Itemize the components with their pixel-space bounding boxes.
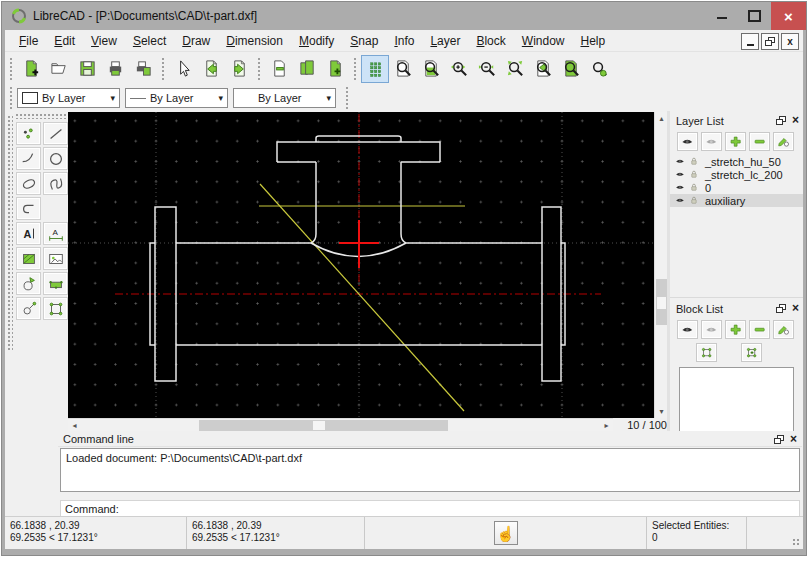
title-bar[interactable]: LibreCAD - [P:\Documents\CAD\t-part.dxf]… (2, 2, 806, 30)
zoom-window-button[interactable] (417, 55, 445, 83)
close-panel-icon[interactable]: × (792, 302, 799, 314)
edit-block-button[interactable] (696, 343, 717, 362)
menu-edit[interactable]: Edit (46, 32, 83, 50)
undo-button[interactable] (197, 55, 225, 83)
add-layer-button[interactable] (725, 132, 746, 151)
command-input[interactable] (123, 501, 799, 516)
menu-layer[interactable]: Layer (422, 32, 468, 50)
tool-image-button[interactable] (43, 247, 68, 270)
menu-file[interactable]: File (11, 32, 46, 50)
tool-points-button[interactable] (16, 122, 41, 145)
toolbar-drag-handle[interactable] (352, 56, 358, 82)
maximize-button[interactable] (738, 2, 771, 30)
command-history[interactable]: Loaded document: P:\Documents\CAD\t-part… (60, 448, 800, 492)
tool-polylines-button[interactable] (16, 197, 41, 220)
copy-button[interactable] (293, 55, 321, 83)
tool-circles-button[interactable] (43, 147, 68, 170)
float-panel-icon[interactable] (774, 435, 784, 444)
menu-info[interactable]: Info (386, 32, 422, 50)
toolbar-drag-handle[interactable] (7, 115, 13, 350)
open-document-button[interactable] (45, 55, 73, 83)
mdi-restore-button[interactable] (761, 33, 779, 50)
tool-lines-button[interactable] (43, 122, 68, 145)
remove-layer-button[interactable] (749, 132, 770, 151)
menu-window[interactable]: Window (514, 32, 573, 50)
add-block-button[interactable] (725, 320, 746, 339)
hide-all-blocks-button[interactable] (701, 320, 722, 339)
layer-row[interactable]: 0 (670, 181, 803, 194)
zoom-in-button[interactable] (445, 55, 473, 83)
insert-block-button[interactable] (741, 343, 762, 362)
layer-row[interactable]: auxiliary (670, 194, 803, 207)
float-panel-icon[interactable] (776, 304, 786, 313)
mdi-close-button[interactable]: x (781, 33, 799, 50)
menu-snap[interactable]: Snap (342, 32, 386, 50)
pen-width-combo[interactable]: By Layer ▾ (233, 88, 336, 108)
tool-explode-button[interactable] (43, 272, 68, 295)
cut-button[interactable] (265, 55, 293, 83)
modify-layer-button[interactable] (773, 132, 794, 151)
menu-help[interactable]: Help (572, 32, 613, 50)
menu-view[interactable]: View (83, 32, 125, 50)
menu-draw[interactable]: Draw (174, 32, 218, 50)
grid-toggle-button[interactable] (361, 55, 389, 83)
print-preview-button[interactable] (129, 55, 157, 83)
show-all-blocks-button[interactable] (677, 320, 698, 339)
pen-color-combo[interactable]: By Layer ▾ (17, 88, 120, 108)
zoom-pan-button[interactable] (585, 55, 613, 83)
vertical-scroll-thumb[interactable] (656, 279, 667, 325)
layer-row[interactable]: _stretch_hu_50 (670, 155, 803, 168)
horizontal-scrollbar[interactable]: ◂ ▸ (68, 418, 613, 431)
auto-zoom-button[interactable] (501, 55, 529, 83)
tool-text-button[interactable]: A (16, 222, 41, 245)
vertical-scrollbar[interactable]: ▴ ▾ (654, 112, 667, 418)
tool-hatch-button[interactable] (16, 247, 41, 270)
menu-modify[interactable]: Modify (291, 32, 342, 50)
minimize-button[interactable] (705, 2, 738, 30)
toolbar-drag-handle[interactable] (8, 56, 14, 82)
pen-linetype-combo[interactable]: By Layer ▾ (125, 88, 228, 108)
close-panel-icon[interactable]: × (790, 433, 797, 445)
save-document-button[interactable] (73, 55, 101, 83)
print-button[interactable] (101, 55, 129, 83)
tool-splines-button[interactable] (43, 172, 68, 195)
tool-blocks-button[interactable] (43, 297, 68, 320)
modify-block-button[interactable] (773, 320, 794, 339)
tool-dimensions-button[interactable]: A (43, 222, 68, 245)
previous-view-button[interactable] (529, 55, 557, 83)
layer-list-header[interactable]: Layer List × (670, 111, 803, 129)
zoom-page-button[interactable] (557, 55, 585, 83)
block-list[interactable] (679, 367, 794, 435)
toolbar-drag-handle[interactable] (160, 56, 166, 82)
tool-arcs-button[interactable] (16, 147, 41, 170)
remove-block-button[interactable] (749, 320, 770, 339)
close-button[interactable]: × (771, 2, 806, 30)
menu-select[interactable]: Select (125, 32, 174, 50)
tool-ellipses-button[interactable] (16, 172, 41, 195)
command-line-header[interactable]: Command line × (58, 431, 802, 447)
toolbar-drag-handle[interactable] (256, 56, 262, 82)
new-document-button[interactable] (17, 55, 45, 83)
redraw-button[interactable] (389, 55, 417, 83)
toolbar-drag-handle[interactable] (344, 85, 350, 111)
tool-modify-button[interactable] (16, 272, 41, 295)
drawing-canvas[interactable] (68, 112, 654, 418)
menu-block[interactable]: Block (468, 32, 513, 50)
layer-row[interactable]: _stretch_lc_200 (670, 168, 803, 181)
resize-grip[interactable] (792, 538, 800, 546)
zoom-out-button[interactable] (473, 55, 501, 83)
tool-info-button[interactable] (16, 297, 41, 320)
hide-all-layers-button[interactable] (701, 132, 722, 151)
block-list-header[interactable]: Block List × (670, 299, 803, 317)
horizontal-scroll-thumb[interactable] (199, 420, 448, 431)
paste-button[interactable] (321, 55, 349, 83)
pointer-hand-button[interactable]: ☝ (494, 521, 518, 545)
selection-pointer-button[interactable] (169, 55, 197, 83)
redo-button[interactable] (225, 55, 253, 83)
toolbar-drag-handle[interactable] (15, 113, 69, 119)
close-panel-icon[interactable]: × (792, 114, 799, 126)
float-panel-icon[interactable] (776, 116, 786, 125)
menu-dimension[interactable]: Dimension (218, 32, 291, 50)
mdi-minimize-button[interactable] (741, 33, 759, 50)
toolbar-drag-handle[interactable] (8, 85, 14, 111)
